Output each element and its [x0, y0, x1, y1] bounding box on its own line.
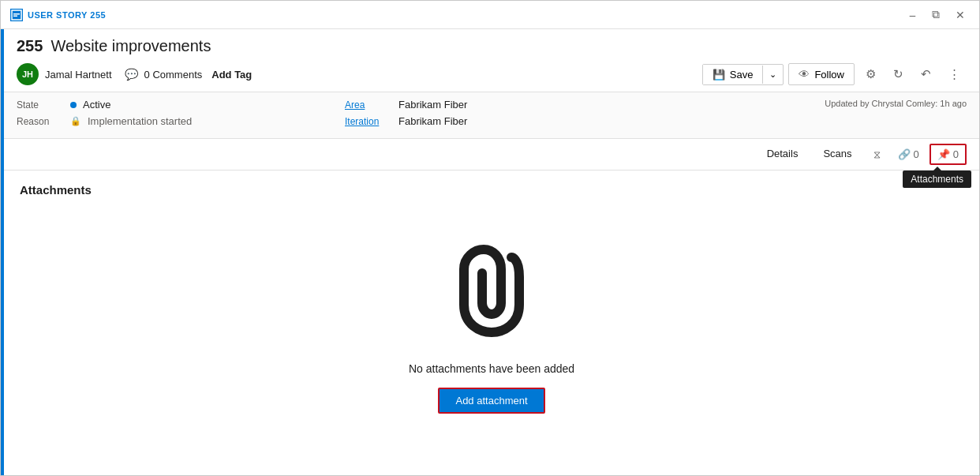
state-label: State [17, 99, 64, 111]
attachments-button[interactable]: 📌 0 [930, 144, 967, 165]
lock-icon: 🔒 [70, 116, 81, 126]
reason-label: Reason [17, 116, 64, 127]
attachments-section-title: Attachments [20, 183, 92, 197]
work-item-title: Website improvements [50, 37, 211, 55]
empty-message: No attachments have been added [409, 362, 574, 375]
state-value[interactable]: Active [83, 99, 110, 111]
save-button[interactable]: 💾 Save [703, 65, 763, 84]
avatar: JH [17, 63, 39, 85]
minimize-button[interactable]: ‒ [904, 7, 921, 23]
save-dropdown-button[interactable]: ⌄ [762, 66, 783, 84]
history-button[interactable]: ⧖ [866, 144, 888, 165]
eye-icon: 👁 [799, 68, 810, 81]
restore-button[interactable]: ⧉ [927, 6, 944, 23]
comment-icon: 💬 [125, 68, 138, 81]
history-icon: ⧖ [873, 148, 881, 161]
add-attachment-button[interactable]: Add attachment [438, 388, 544, 414]
state-indicator [70, 102, 77, 108]
links-button[interactable]: 🔗 0 [891, 144, 926, 164]
add-tag-button[interactable]: Add Tag [208, 67, 255, 82]
save-disk-icon: 💾 [713, 69, 725, 81]
follow-button[interactable]: 👁 Follow [788, 63, 855, 85]
author-name: Jamal Hartnett [45, 69, 112, 81]
iteration-value: Fabrikam Fiber [398, 115, 467, 127]
work-item-type-icon [10, 9, 23, 21]
svg-rect-1 [13, 13, 20, 15]
undo-button[interactable]: ↶ [915, 63, 937, 85]
settings-button[interactable]: ⚙ [859, 63, 882, 85]
attachments-count: 0 [953, 148, 959, 160]
empty-paperclip-icon [436, 234, 547, 347]
area-value: Fabrikam Fiber [398, 99, 467, 111]
area-label[interactable]: Area [345, 99, 392, 111]
tab-scans[interactable]: Scans [812, 144, 862, 165]
work-item-number: 255 [17, 37, 43, 55]
refresh-button[interactable]: ↻ [887, 63, 910, 85]
iteration-label[interactable]: Iteration [345, 116, 392, 127]
svg-rect-2 [13, 15, 17, 17]
link-icon: 🔗 [898, 148, 911, 160]
svg-rect-0 [12, 10, 21, 20]
reason-value: Implementation started [88, 115, 192, 127]
update-info: Updated by Chrystal Comley: 1h ago [825, 99, 967, 108]
comments-link[interactable]: 0 Comments [144, 69, 203, 81]
links-count: 0 [914, 148, 919, 160]
tab-details[interactable]: Details [756, 144, 810, 165]
more-options-button[interactable]: ⋮ [942, 63, 967, 85]
attachments-tooltip: Attachments [903, 171, 971, 188]
close-button[interactable]: ✕ [951, 7, 970, 23]
save-button-group: 💾 Save ⌄ [702, 64, 784, 85]
title-bar-label: USER STORY 255 [28, 10, 106, 20]
paperclip-tab-icon: 📌 [937, 148, 950, 160]
